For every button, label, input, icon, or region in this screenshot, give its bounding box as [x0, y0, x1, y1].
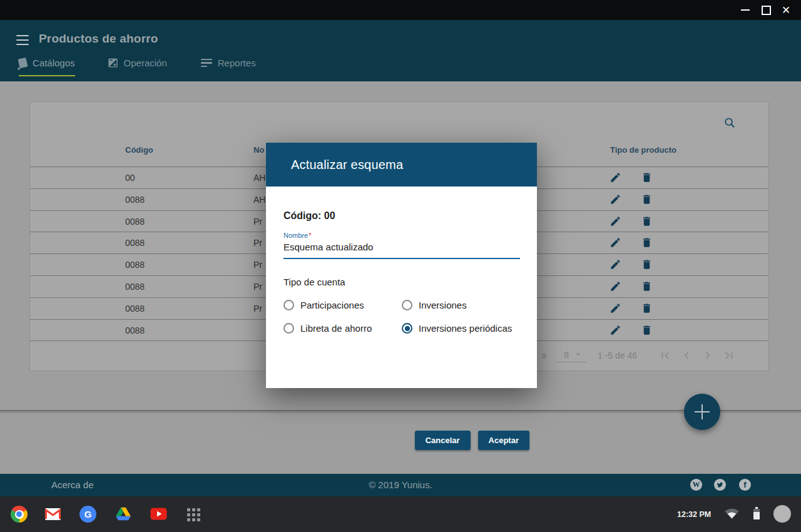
pagination-nav [658, 349, 736, 362]
edit-icon[interactable] [610, 302, 621, 317]
cancel-button[interactable]: Cancelar [415, 431, 471, 450]
wordpress-icon[interactable]: W [690, 479, 702, 491]
column-header-nombre: No [253, 145, 264, 155]
edit-icon[interactable] [610, 324, 621, 339]
wifi-icon[interactable] [725, 506, 739, 523]
nombre-label-text: Nombre [283, 232, 308, 239]
reports-icon [201, 59, 212, 68]
radio-libreta-de-ahorro[interactable]: Libreta de ahorro [283, 323, 402, 334]
screen: ✕ Productos de ahorro Catálogos Operació… [0, 0, 801, 532]
first-page-icon[interactable] [658, 349, 672, 362]
copyright-text: © 2019 Yunius. [0, 479, 801, 490]
tipo-cuenta-label: Tipo de cuenta [283, 277, 519, 287]
update-scheme-dialog: Actualizar esquema Código: 00 Nombre* Es… [266, 143, 537, 388]
column-header-tipo-de-producto: Tipo de producto [610, 145, 676, 155]
radio-icon [283, 323, 294, 334]
delete-icon[interactable] [641, 193, 653, 208]
maximize-icon[interactable] [757, 0, 775, 20]
edit-icon[interactable] [610, 237, 621, 251]
search-icon[interactable] [724, 117, 736, 131]
cell-codigo: 00 [125, 173, 135, 183]
page-size-value: 8 [564, 350, 569, 360]
cell-nombre: AH [253, 195, 265, 205]
cell-codigo: 0088 [125, 260, 145, 270]
radio-label: Inversiones [419, 300, 467, 310]
content-divider [0, 410, 801, 411]
operation-icon [108, 58, 118, 68]
next-page-icon[interactable] [701, 349, 715, 362]
add-fab-button[interactable] [684, 394, 720, 430]
delete-icon[interactable] [641, 237, 653, 251]
cell-codigo: 0088 [125, 217, 145, 227]
nav-tabs: Catálogos Operación Reportes [19, 58, 256, 71]
cell-codigo: 0088 [125, 325, 145, 335]
edit-icon[interactable] [610, 215, 621, 230]
radio-participaciones[interactable]: Participaciones [283, 300, 402, 310]
active-tab-underline [19, 75, 75, 76]
tab-reportes[interactable]: Reportes [201, 58, 256, 71]
pagination-label-fragment: a [541, 350, 546, 361]
pagination-range: 1 -5 de 46 [598, 350, 637, 361]
radio-icon-selected [402, 323, 412, 334]
chevron-down-icon [573, 349, 584, 360]
menu-icon[interactable] [16, 35, 29, 45]
delete-icon[interactable] [641, 215, 653, 230]
delete-icon[interactable] [641, 258, 653, 273]
cell-nombre: AH [253, 173, 265, 183]
edit-icon[interactable] [610, 280, 621, 295]
edit-icon[interactable] [610, 171, 621, 186]
cell-nombre: Pr [253, 238, 262, 248]
facebook-icon[interactable]: f [739, 479, 751, 491]
delete-icon[interactable] [641, 324, 653, 339]
drive-icon[interactable] [115, 506, 132, 523]
close-icon[interactable]: ✕ [777, 0, 795, 20]
required-asterisk: * [309, 232, 311, 239]
column-header-codigo: Código [125, 145, 153, 155]
edit-icon[interactable] [610, 258, 621, 273]
battery-icon[interactable] [751, 505, 762, 524]
tab-catalogos[interactable]: Catálogos [19, 58, 75, 71]
cell-nombre: Pr [253, 282, 262, 292]
minimize-icon[interactable] [736, 0, 755, 20]
account-avatar[interactable] [773, 505, 791, 523]
radio-inversiones-periodicas[interactable]: Inversiones periódicas [402, 323, 519, 334]
delete-icon[interactable] [641, 171, 653, 186]
codigo-text: Código: 00 [283, 210, 519, 222]
nombre-input[interactable]: Esquema actualizado [283, 242, 520, 259]
app-header: Productos de ahorro Catálogos Operación … [0, 20, 801, 81]
accept-button[interactable]: Aceptar [478, 431, 529, 450]
cell-nombre: Pr [253, 260, 262, 270]
twitter-icon[interactable] [714, 479, 726, 491]
tab-label: Catálogos [33, 58, 75, 68]
app-footer: Acerca de © 2019 Yunius. W f [0, 474, 801, 496]
plus-icon [695, 404, 710, 419]
page-title: Productos de ahorro [39, 32, 158, 46]
radio-label: Libreta de ahorro [300, 323, 372, 334]
delete-icon[interactable] [641, 280, 653, 295]
radio-label: Participaciones [300, 300, 364, 310]
google-icon[interactable]: G [79, 506, 96, 523]
tipo-cuenta-radio-group: Participaciones Inversiones Libreta de a… [283, 300, 519, 334]
tab-label: Reportes [218, 58, 256, 68]
cell-codigo: 0088 [125, 238, 145, 248]
youtube-icon[interactable] [150, 508, 167, 524]
tab-label: Operación [124, 58, 167, 68]
previous-page-icon[interactable] [680, 349, 693, 362]
page-size-select[interactable]: 8 [556, 349, 586, 362]
cell-nombre: Pr [253, 217, 262, 227]
edit-icon[interactable] [610, 193, 621, 208]
cell-codigo: 0088 [125, 282, 145, 292]
radio-icon [402, 300, 412, 310]
gmail-icon[interactable] [44, 508, 61, 521]
delete-icon[interactable] [641, 302, 653, 317]
tab-operacion[interactable]: Operación [108, 58, 167, 71]
cell-nombre: Pr [253, 304, 262, 314]
last-page-icon[interactable] [722, 349, 736, 362]
radio-inversiones[interactable]: Inversiones [402, 300, 519, 310]
taskbar: G 12:32 PM [0, 496, 801, 532]
chrome-icon[interactable] [11, 506, 28, 523]
dialog-header: Actualizar esquema [266, 143, 537, 187]
clock[interactable]: 12:32 PM [677, 510, 711, 519]
app-launcher-icon[interactable] [187, 508, 201, 522]
radio-label: Inversiones periódicas [419, 323, 512, 334]
